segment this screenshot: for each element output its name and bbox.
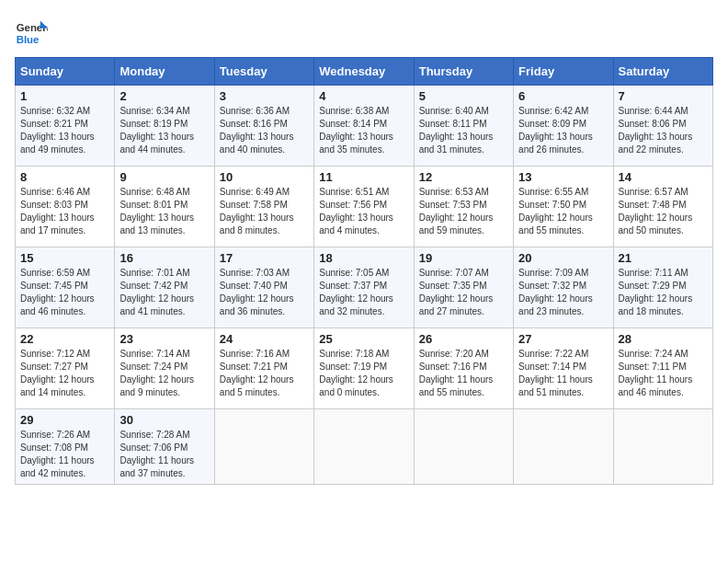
cell-info: Sunrise: 7:12 AMSunset: 7:27 PMDaylight:… xyxy=(20,349,95,397)
calendar-cell: 11Sunrise: 6:51 AMSunset: 7:56 PMDayligh… xyxy=(314,167,414,247)
calendar-cell: 5Sunrise: 6:40 AMSunset: 8:11 PMDaylight… xyxy=(414,86,513,167)
cell-info: Sunrise: 6:49 AMSunset: 7:58 PMDaylight:… xyxy=(220,187,294,236)
cell-info: Sunrise: 7:05 AMSunset: 7:37 PMDaylight:… xyxy=(319,268,393,316)
cell-info: Sunrise: 7:16 AMSunset: 7:21 PMDaylight:… xyxy=(220,349,294,397)
calendar-cell: 30Sunrise: 7:28 AMSunset: 7:06 PMDayligh… xyxy=(115,409,214,485)
cell-info: Sunrise: 6:36 AMSunset: 8:16 PMDaylight:… xyxy=(220,106,294,155)
day-number: 11 xyxy=(319,170,408,184)
calendar-cell: 24Sunrise: 7:16 AMSunset: 7:21 PMDayligh… xyxy=(214,328,313,409)
day-number: 16 xyxy=(119,251,209,265)
day-number: 15 xyxy=(20,251,109,265)
calendar-cell: 10Sunrise: 6:49 AMSunset: 7:58 PMDayligh… xyxy=(214,167,313,247)
cell-info: Sunrise: 6:57 AMSunset: 7:48 PMDaylight:… xyxy=(619,187,693,236)
day-number: 6 xyxy=(518,89,608,103)
day-number: 30 xyxy=(119,413,209,427)
day-number: 28 xyxy=(619,332,708,346)
day-number: 29 xyxy=(20,413,109,427)
calendar-week-4: 22Sunrise: 7:12 AMSunset: 7:27 PMDayligh… xyxy=(16,328,713,409)
calendar-cell: 13Sunrise: 6:55 AMSunset: 7:50 PMDayligh… xyxy=(514,167,613,247)
day-number: 5 xyxy=(419,89,508,103)
cell-info: Sunrise: 6:48 AMSunset: 8:01 PMDaylight:… xyxy=(119,187,194,236)
calendar-week-5: 29Sunrise: 7:26 AMSunset: 7:08 PMDayligh… xyxy=(16,409,713,485)
calendar-cell xyxy=(414,409,513,485)
logo-icon: General Blue xyxy=(15,15,48,48)
day-number: 14 xyxy=(619,170,708,184)
cell-info: Sunrise: 6:55 AMSunset: 7:50 PMDaylight:… xyxy=(518,187,593,236)
calendar-week-1: 1Sunrise: 6:32 AMSunset: 8:21 PMDaylight… xyxy=(16,86,713,167)
day-number: 27 xyxy=(518,332,608,346)
cell-info: Sunrise: 6:51 AMSunset: 7:56 PMDaylight:… xyxy=(319,187,393,236)
cell-info: Sunrise: 6:59 AMSunset: 7:45 PMDaylight:… xyxy=(20,268,95,316)
day-number: 10 xyxy=(220,170,309,184)
cell-info: Sunrise: 7:20 AMSunset: 7:16 PMDaylight:… xyxy=(419,349,494,397)
calendar-cell: 18Sunrise: 7:05 AMSunset: 7:37 PMDayligh… xyxy=(314,247,414,328)
cell-info: Sunrise: 6:32 AMSunset: 8:21 PMDaylight:… xyxy=(20,106,95,155)
day-number: 12 xyxy=(419,170,508,184)
cell-info: Sunrise: 7:28 AMSunset: 7:06 PMDaylight:… xyxy=(119,430,194,478)
day-header-wednesday: Wednesday xyxy=(314,58,414,86)
calendar-cell: 14Sunrise: 6:57 AMSunset: 7:48 PMDayligh… xyxy=(613,167,712,247)
calendar-cell: 16Sunrise: 7:01 AMSunset: 7:42 PMDayligh… xyxy=(115,247,214,328)
cell-info: Sunrise: 7:03 AMSunset: 7:40 PMDaylight:… xyxy=(220,268,294,316)
cell-info: Sunrise: 6:38 AMSunset: 8:14 PMDaylight:… xyxy=(319,106,393,155)
calendar-cell: 22Sunrise: 7:12 AMSunset: 7:27 PMDayligh… xyxy=(16,328,115,409)
calendar-cell xyxy=(314,409,414,485)
day-number: 7 xyxy=(619,89,708,103)
day-number: 9 xyxy=(119,170,209,184)
day-header-tuesday: Tuesday xyxy=(214,58,313,86)
cell-info: Sunrise: 7:09 AMSunset: 7:32 PMDaylight:… xyxy=(518,268,593,316)
calendar-cell: 12Sunrise: 6:53 AMSunset: 7:53 PMDayligh… xyxy=(414,167,513,247)
day-number: 26 xyxy=(419,332,508,346)
calendar-cell: 17Sunrise: 7:03 AMSunset: 7:40 PMDayligh… xyxy=(214,247,313,328)
calendar-cell: 26Sunrise: 7:20 AMSunset: 7:16 PMDayligh… xyxy=(414,328,513,409)
day-number: 25 xyxy=(319,332,408,346)
calendar-cell: 15Sunrise: 6:59 AMSunset: 7:45 PMDayligh… xyxy=(16,247,115,328)
day-number: 23 xyxy=(119,332,209,346)
day-number: 19 xyxy=(419,251,508,265)
cell-info: Sunrise: 7:26 AMSunset: 7:08 PMDaylight:… xyxy=(20,430,95,478)
calendar-cell: 21Sunrise: 7:11 AMSunset: 7:29 PMDayligh… xyxy=(613,247,712,328)
calendar-header-row: SundayMondayTuesdayWednesdayThursdayFrid… xyxy=(16,58,713,86)
cell-info: Sunrise: 7:14 AMSunset: 7:24 PMDaylight:… xyxy=(119,349,194,397)
calendar-table: SundayMondayTuesdayWednesdayThursdayFrid… xyxy=(15,57,713,485)
logo: General Blue xyxy=(15,15,48,48)
day-number: 13 xyxy=(518,170,608,184)
calendar-cell: 3Sunrise: 6:36 AMSunset: 8:16 PMDaylight… xyxy=(214,86,313,167)
calendar-cell xyxy=(514,409,613,485)
calendar-cell: 20Sunrise: 7:09 AMSunset: 7:32 PMDayligh… xyxy=(514,247,613,328)
calendar-cell xyxy=(214,409,313,485)
day-number: 18 xyxy=(319,251,408,265)
cell-info: Sunrise: 7:24 AMSunset: 7:11 PMDaylight:… xyxy=(619,349,693,397)
cell-info: Sunrise: 7:01 AMSunset: 7:42 PMDaylight:… xyxy=(119,268,194,316)
day-number: 22 xyxy=(20,332,109,346)
day-number: 21 xyxy=(619,251,708,265)
calendar-cell: 1Sunrise: 6:32 AMSunset: 8:21 PMDaylight… xyxy=(16,86,115,167)
cell-info: Sunrise: 6:44 AMSunset: 8:06 PMDaylight:… xyxy=(619,106,693,155)
calendar-cell: 19Sunrise: 7:07 AMSunset: 7:35 PMDayligh… xyxy=(414,247,513,328)
calendar-cell xyxy=(613,409,712,485)
day-number: 3 xyxy=(220,89,309,103)
cell-info: Sunrise: 7:11 AMSunset: 7:29 PMDaylight:… xyxy=(619,268,693,316)
calendar-cell: 28Sunrise: 7:24 AMSunset: 7:11 PMDayligh… xyxy=(613,328,712,409)
cell-info: Sunrise: 6:42 AMSunset: 8:09 PMDaylight:… xyxy=(518,106,593,155)
cell-info: Sunrise: 6:40 AMSunset: 8:11 PMDaylight:… xyxy=(419,106,494,155)
day-header-sunday: Sunday xyxy=(16,58,115,86)
day-number: 4 xyxy=(319,89,408,103)
day-number: 20 xyxy=(518,251,608,265)
calendar-body: 1Sunrise: 6:32 AMSunset: 8:21 PMDaylight… xyxy=(16,86,713,485)
cell-info: Sunrise: 7:07 AMSunset: 7:35 PMDaylight:… xyxy=(419,268,494,316)
calendar-cell: 25Sunrise: 7:18 AMSunset: 7:19 PMDayligh… xyxy=(314,328,414,409)
day-header-saturday: Saturday xyxy=(613,58,712,86)
calendar-week-3: 15Sunrise: 6:59 AMSunset: 7:45 PMDayligh… xyxy=(16,247,713,328)
calendar-cell: 8Sunrise: 6:46 AMSunset: 8:03 PMDaylight… xyxy=(16,167,115,247)
calendar-cell: 29Sunrise: 7:26 AMSunset: 7:08 PMDayligh… xyxy=(16,409,115,485)
day-number: 1 xyxy=(20,89,109,103)
calendar-cell: 2Sunrise: 6:34 AMSunset: 8:19 PMDaylight… xyxy=(115,86,214,167)
calendar-cell: 4Sunrise: 6:38 AMSunset: 8:14 PMDaylight… xyxy=(314,86,414,167)
day-header-monday: Monday xyxy=(115,58,214,86)
svg-text:Blue: Blue xyxy=(17,34,40,45)
calendar-cell: 6Sunrise: 6:42 AMSunset: 8:09 PMDaylight… xyxy=(514,86,613,167)
calendar-cell: 27Sunrise: 7:22 AMSunset: 7:14 PMDayligh… xyxy=(514,328,613,409)
cell-info: Sunrise: 7:22 AMSunset: 7:14 PMDaylight:… xyxy=(518,349,593,397)
day-number: 2 xyxy=(119,89,209,103)
